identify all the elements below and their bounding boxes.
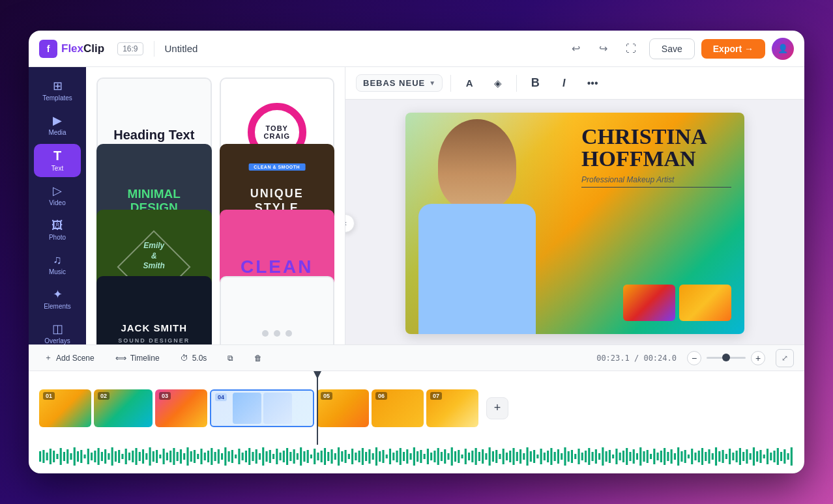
collapse-panel-button[interactable]: ‹ [345, 214, 355, 232]
svg-rect-110 [416, 451, 418, 462]
svg-rect-117 [441, 452, 443, 461]
timeline-clip-7[interactable]: 07 [426, 389, 478, 427]
slide-person [405, 113, 575, 334]
slide-name[interactable]: CHRISTINA HOFFMAN [581, 126, 731, 170]
bold-button[interactable]: B [525, 73, 546, 94]
svg-rect-160 [588, 448, 590, 465]
sidebar-item-video[interactable]: ▷ Video [34, 180, 81, 212]
svg-rect-113 [427, 449, 429, 464]
sidebar-item-music[interactable]: ♫ Music [34, 249, 81, 281]
divider-2 [516, 75, 517, 92]
template-card-jack[interactable]: JACK SMITHSOUND DESIGNER [96, 276, 212, 345]
svg-rect-126 [471, 451, 473, 462]
sidebar-item-label: Media [48, 129, 66, 136]
svg-rect-135 [503, 449, 504, 464]
sidebar-item-overlays[interactable]: ◫ Overlays [34, 318, 81, 344]
svg-rect-114 [430, 453, 432, 460]
sidebar-item-elements[interactable]: ✦ Elements [34, 283, 81, 315]
add-clip-button[interactable]: + [486, 397, 508, 419]
timeline-clip-6[interactable]: 06 [372, 389, 424, 427]
timeline-clip-1[interactable]: 01 [39, 389, 91, 427]
svg-rect-73 [289, 452, 291, 461]
add-icon: ＋ [44, 352, 52, 363]
svg-rect-138 [512, 448, 514, 465]
sidebar-item-photo[interactable]: 🖼 Photo [34, 214, 81, 246]
svg-rect-96 [368, 449, 370, 464]
project-title[interactable]: Untitled [165, 43, 558, 54]
time-separator: / [634, 354, 643, 363]
sidebar-item-templates[interactable]: ⊞ Templates [34, 75, 81, 107]
avatar[interactable]: 👤 [772, 38, 794, 60]
svg-rect-208 [753, 447, 755, 466]
sidebar-item-media[interactable]: ▶ Media [34, 109, 81, 141]
svg-rect-205 [742, 452, 744, 461]
svg-rect-61 [248, 448, 250, 465]
zoom-in-button[interactable]: + [751, 351, 765, 365]
expand-timeline-button[interactable]: ⤢ [776, 349, 794, 367]
italic-button[interactable]: I [553, 73, 574, 94]
svg-rect-82 [321, 451, 323, 462]
svg-rect-98 [375, 447, 377, 466]
undo-button[interactable]: ↩ [566, 38, 587, 59]
duplicate-icon: ⧉ [227, 354, 233, 363]
canvas-slide[interactable]: CHRISTINA HOFFMAN Professional Makeup Ar… [405, 113, 744, 334]
save-button[interactable]: Save [649, 38, 695, 59]
zoom-slider[interactable] [707, 357, 746, 359]
export-button[interactable]: Export → [701, 39, 765, 59]
font-selector[interactable]: BEBAS NEUE ▼ [356, 74, 443, 92]
svg-rect-112 [424, 454, 426, 459]
clip-num-6: 06 [375, 392, 387, 400]
sidebar-item-text[interactable]: T Text [34, 144, 81, 177]
font-highlight-button[interactable]: ◈ [488, 73, 508, 94]
svg-rect-115 [433, 451, 435, 462]
svg-rect-131 [489, 447, 491, 466]
dot-1 [262, 330, 269, 337]
svg-rect-11 [77, 451, 79, 462]
svg-rect-203 [736, 451, 738, 462]
fullscreen-button[interactable]: ⛶ [621, 38, 641, 59]
timeline-clip-5[interactable]: 05 [317, 389, 369, 427]
timeline-clip-2[interactable]: 02 [94, 389, 153, 427]
svg-rect-129 [482, 449, 484, 464]
font-color-button[interactable]: A [459, 73, 480, 94]
timeline-clip-4-active[interactable]: 04 [210, 389, 314, 427]
svg-rect-5 [56, 454, 58, 459]
svg-rect-21 [111, 447, 113, 466]
sidebar-item-label: Text [51, 165, 63, 172]
svg-rect-102 [389, 449, 391, 464]
svg-rect-209 [756, 451, 758, 462]
svg-rect-59 [242, 453, 244, 460]
text-icon: T [53, 149, 61, 162]
add-scene-button[interactable]: ＋ Add Scene [39, 350, 100, 366]
svg-rect-14 [87, 449, 89, 464]
duration-button[interactable]: ⏱ 5.0s [175, 351, 212, 365]
svg-rect-86 [334, 453, 336, 460]
redo-button[interactable]: ↪ [593, 38, 614, 59]
svg-rect-97 [372, 453, 374, 460]
svg-rect-71 [283, 451, 285, 462]
timeline-clip-3[interactable]: 03 [155, 389, 207, 427]
delete-button[interactable]: 🗑 [249, 351, 267, 365]
waveform-row: // Generate waveform bars [39, 445, 794, 468]
svg-rect-50 [211, 448, 212, 465]
svg-rect-218 [787, 453, 789, 460]
timeline-strip: 01 02 03 04 05 [39, 387, 794, 429]
template-card-dots[interactable] [220, 276, 335, 345]
svg-rect-109 [413, 447, 415, 466]
svg-rect-197 [715, 447, 717, 466]
svg-rect-184 [671, 449, 673, 464]
svg-rect-181 [660, 451, 662, 462]
svg-rect-44 [190, 451, 192, 462]
duplicate-button[interactable]: ⧉ [222, 351, 239, 365]
sidebar-item-label: Elements [44, 303, 71, 310]
timeline-button[interactable]: ⟺ Timeline [110, 351, 165, 365]
svg-rect-60 [245, 451, 247, 462]
zoom-out-button[interactable]: − [687, 351, 701, 365]
svg-rect-32 [149, 447, 151, 466]
ratio-badge[interactable]: 16:9 [117, 42, 143, 55]
more-options-button[interactable]: ••• [582, 73, 603, 94]
svg-rect-164 [602, 447, 604, 466]
svg-rect-199 [722, 450, 723, 463]
svg-rect-106 [403, 452, 405, 461]
svg-rect-34 [156, 450, 158, 463]
